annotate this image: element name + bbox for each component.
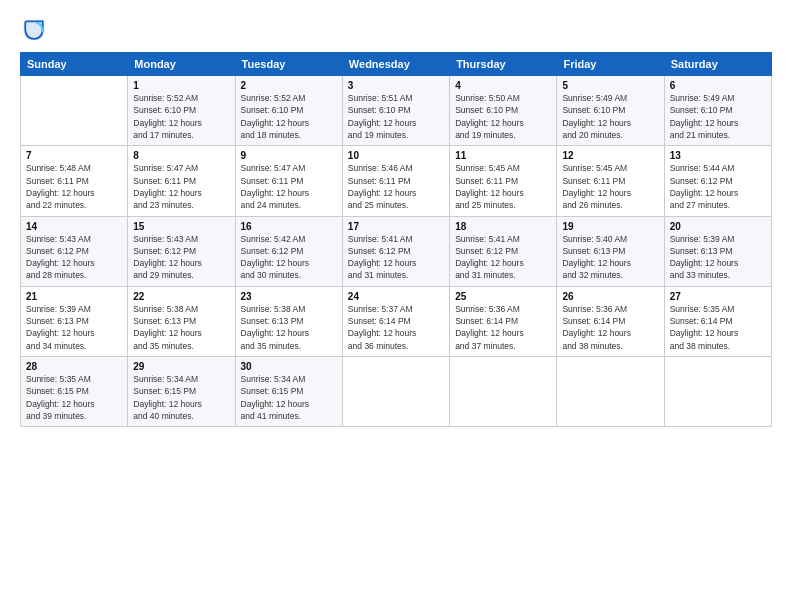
day-number: 14 <box>26 221 122 232</box>
calendar-cell <box>664 357 771 427</box>
calendar-week-row: 14Sunrise: 5:43 AM Sunset: 6:12 PM Dayli… <box>21 216 772 286</box>
day-info: Sunrise: 5:34 AM Sunset: 6:15 PM Dayligh… <box>241 373 337 422</box>
day-number: 18 <box>455 221 551 232</box>
calendar-cell: 21Sunrise: 5:39 AM Sunset: 6:13 PM Dayli… <box>21 286 128 356</box>
day-info: Sunrise: 5:44 AM Sunset: 6:12 PM Dayligh… <box>670 162 766 211</box>
calendar-cell: 27Sunrise: 5:35 AM Sunset: 6:14 PM Dayli… <box>664 286 771 356</box>
day-info: Sunrise: 5:37 AM Sunset: 6:14 PM Dayligh… <box>348 303 444 352</box>
day-info: Sunrise: 5:35 AM Sunset: 6:14 PM Dayligh… <box>670 303 766 352</box>
calendar-cell: 30Sunrise: 5:34 AM Sunset: 6:15 PM Dayli… <box>235 357 342 427</box>
day-info: Sunrise: 5:35 AM Sunset: 6:15 PM Dayligh… <box>26 373 122 422</box>
weekday-header: Thursday <box>450 53 557 76</box>
logo-icon <box>20 16 48 44</box>
calendar-week-row: 21Sunrise: 5:39 AM Sunset: 6:13 PM Dayli… <box>21 286 772 356</box>
day-info: Sunrise: 5:46 AM Sunset: 6:11 PM Dayligh… <box>348 162 444 211</box>
calendar-week-row: 1Sunrise: 5:52 AM Sunset: 6:10 PM Daylig… <box>21 76 772 146</box>
calendar-cell: 19Sunrise: 5:40 AM Sunset: 6:13 PM Dayli… <box>557 216 664 286</box>
day-info: Sunrise: 5:38 AM Sunset: 6:13 PM Dayligh… <box>241 303 337 352</box>
day-number: 21 <box>26 291 122 302</box>
day-number: 3 <box>348 80 444 91</box>
day-info: Sunrise: 5:51 AM Sunset: 6:10 PM Dayligh… <box>348 92 444 141</box>
calendar-cell: 10Sunrise: 5:46 AM Sunset: 6:11 PM Dayli… <box>342 146 449 216</box>
day-number: 6 <box>670 80 766 91</box>
calendar-cell <box>21 76 128 146</box>
day-number: 24 <box>348 291 444 302</box>
calendar-cell <box>450 357 557 427</box>
day-number: 22 <box>133 291 229 302</box>
day-number: 4 <box>455 80 551 91</box>
weekday-header: Wednesday <box>342 53 449 76</box>
weekday-header: Sunday <box>21 53 128 76</box>
calendar-cell: 14Sunrise: 5:43 AM Sunset: 6:12 PM Dayli… <box>21 216 128 286</box>
day-number: 13 <box>670 150 766 161</box>
calendar-cell: 12Sunrise: 5:45 AM Sunset: 6:11 PM Dayli… <box>557 146 664 216</box>
weekday-header: Tuesday <box>235 53 342 76</box>
day-number: 16 <box>241 221 337 232</box>
day-info: Sunrise: 5:41 AM Sunset: 6:12 PM Dayligh… <box>455 233 551 282</box>
day-info: Sunrise: 5:45 AM Sunset: 6:11 PM Dayligh… <box>562 162 658 211</box>
day-info: Sunrise: 5:42 AM Sunset: 6:12 PM Dayligh… <box>241 233 337 282</box>
calendar-cell: 2Sunrise: 5:52 AM Sunset: 6:10 PM Daylig… <box>235 76 342 146</box>
calendar-table: SundayMondayTuesdayWednesdayThursdayFrid… <box>20 52 772 427</box>
day-info: Sunrise: 5:47 AM Sunset: 6:11 PM Dayligh… <box>241 162 337 211</box>
calendar-cell: 5Sunrise: 5:49 AM Sunset: 6:10 PM Daylig… <box>557 76 664 146</box>
day-number: 20 <box>670 221 766 232</box>
header <box>20 16 772 44</box>
day-info: Sunrise: 5:45 AM Sunset: 6:11 PM Dayligh… <box>455 162 551 211</box>
calendar-cell: 16Sunrise: 5:42 AM Sunset: 6:12 PM Dayli… <box>235 216 342 286</box>
day-number: 2 <box>241 80 337 91</box>
day-number: 29 <box>133 361 229 372</box>
day-number: 1 <box>133 80 229 91</box>
day-info: Sunrise: 5:34 AM Sunset: 6:15 PM Dayligh… <box>133 373 229 422</box>
calendar-cell: 24Sunrise: 5:37 AM Sunset: 6:14 PM Dayli… <box>342 286 449 356</box>
calendar-cell: 11Sunrise: 5:45 AM Sunset: 6:11 PM Dayli… <box>450 146 557 216</box>
calendar-cell: 3Sunrise: 5:51 AM Sunset: 6:10 PM Daylig… <box>342 76 449 146</box>
day-number: 25 <box>455 291 551 302</box>
day-number: 10 <box>348 150 444 161</box>
day-number: 23 <box>241 291 337 302</box>
calendar-cell <box>342 357 449 427</box>
day-number: 26 <box>562 291 658 302</box>
calendar-cell: 20Sunrise: 5:39 AM Sunset: 6:13 PM Dayli… <box>664 216 771 286</box>
day-number: 17 <box>348 221 444 232</box>
calendar-cell <box>557 357 664 427</box>
calendar-cell: 1Sunrise: 5:52 AM Sunset: 6:10 PM Daylig… <box>128 76 235 146</box>
calendar-cell: 25Sunrise: 5:36 AM Sunset: 6:14 PM Dayli… <box>450 286 557 356</box>
day-info: Sunrise: 5:41 AM Sunset: 6:12 PM Dayligh… <box>348 233 444 282</box>
day-number: 11 <box>455 150 551 161</box>
day-info: Sunrise: 5:43 AM Sunset: 6:12 PM Dayligh… <box>26 233 122 282</box>
calendar-cell: 9Sunrise: 5:47 AM Sunset: 6:11 PM Daylig… <box>235 146 342 216</box>
weekday-header: Saturday <box>664 53 771 76</box>
calendar-cell: 13Sunrise: 5:44 AM Sunset: 6:12 PM Dayli… <box>664 146 771 216</box>
day-number: 19 <box>562 221 658 232</box>
calendar-cell: 28Sunrise: 5:35 AM Sunset: 6:15 PM Dayli… <box>21 357 128 427</box>
logo <box>20 16 52 44</box>
calendar-cell: 22Sunrise: 5:38 AM Sunset: 6:13 PM Dayli… <box>128 286 235 356</box>
day-number: 9 <box>241 150 337 161</box>
calendar-cell: 26Sunrise: 5:36 AM Sunset: 6:14 PM Dayli… <box>557 286 664 356</box>
calendar-cell: 29Sunrise: 5:34 AM Sunset: 6:15 PM Dayli… <box>128 357 235 427</box>
day-number: 30 <box>241 361 337 372</box>
day-number: 5 <box>562 80 658 91</box>
day-info: Sunrise: 5:52 AM Sunset: 6:10 PM Dayligh… <box>133 92 229 141</box>
calendar-cell: 23Sunrise: 5:38 AM Sunset: 6:13 PM Dayli… <box>235 286 342 356</box>
day-info: Sunrise: 5:47 AM Sunset: 6:11 PM Dayligh… <box>133 162 229 211</box>
calendar-cell: 4Sunrise: 5:50 AM Sunset: 6:10 PM Daylig… <box>450 76 557 146</box>
calendar-cell: 7Sunrise: 5:48 AM Sunset: 6:11 PM Daylig… <box>21 146 128 216</box>
day-info: Sunrise: 5:39 AM Sunset: 6:13 PM Dayligh… <box>26 303 122 352</box>
day-number: 8 <box>133 150 229 161</box>
day-info: Sunrise: 5:39 AM Sunset: 6:13 PM Dayligh… <box>670 233 766 282</box>
day-number: 7 <box>26 150 122 161</box>
day-number: 28 <box>26 361 122 372</box>
day-number: 15 <box>133 221 229 232</box>
weekday-header: Friday <box>557 53 664 76</box>
day-info: Sunrise: 5:43 AM Sunset: 6:12 PM Dayligh… <box>133 233 229 282</box>
day-info: Sunrise: 5:48 AM Sunset: 6:11 PM Dayligh… <box>26 162 122 211</box>
day-info: Sunrise: 5:36 AM Sunset: 6:14 PM Dayligh… <box>562 303 658 352</box>
page: SundayMondayTuesdayWednesdayThursdayFrid… <box>0 0 792 612</box>
day-info: Sunrise: 5:40 AM Sunset: 6:13 PM Dayligh… <box>562 233 658 282</box>
day-info: Sunrise: 5:38 AM Sunset: 6:13 PM Dayligh… <box>133 303 229 352</box>
calendar-cell: 17Sunrise: 5:41 AM Sunset: 6:12 PM Dayli… <box>342 216 449 286</box>
day-info: Sunrise: 5:49 AM Sunset: 6:10 PM Dayligh… <box>670 92 766 141</box>
day-info: Sunrise: 5:49 AM Sunset: 6:10 PM Dayligh… <box>562 92 658 141</box>
